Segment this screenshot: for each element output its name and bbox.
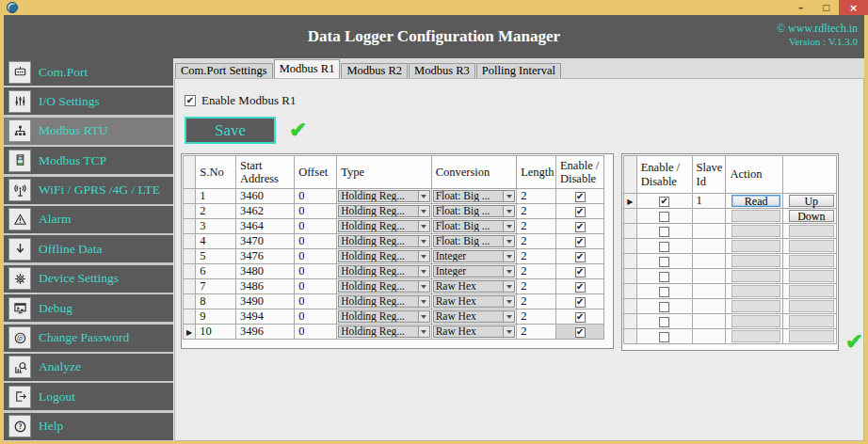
row-selector-cell[interactable] — [624, 209, 637, 224]
row-selector-cell[interactable] — [184, 234, 196, 249]
conversion-dropdown[interactable]: Raw Hex — [433, 295, 516, 308]
down-button[interactable]: Down — [789, 210, 834, 222]
length-cell[interactable]: 2 — [517, 249, 556, 264]
sno-cell[interactable]: 8 — [196, 294, 236, 309]
checkbox-icon[interactable] — [575, 267, 586, 278]
start-address-cell[interactable]: 3480 — [235, 264, 294, 279]
sidebar-item-modbus-rtu[interactable]: Modbus RTU — [4, 118, 173, 145]
sidebar-item-i-o-settings[interactable]: I/O Settings — [4, 87, 173, 115]
start-address-cell[interactable]: 3494 — [235, 309, 294, 325]
sidebar-item-logout[interactable]: Logout — [4, 383, 173, 410]
checkbox-icon[interactable] — [575, 192, 586, 202]
checkbox-icon[interactable] — [575, 237, 586, 247]
tab-polling-interval[interactable]: Polling Interval — [476, 63, 561, 78]
checkbox-icon[interactable] — [575, 207, 586, 217]
row-selector-cell[interactable] — [184, 264, 196, 279]
read-button[interactable]: Read — [731, 195, 780, 207]
row-selector-cell[interactable]: ▶ — [184, 325, 196, 340]
slave-id-cell[interactable] — [692, 239, 726, 254]
checkbox-icon[interactable] — [659, 212, 669, 222]
row-selector-cell[interactable] — [184, 189, 196, 204]
row-selector-cell[interactable] — [184, 309, 196, 325]
offset-cell[interactable]: 0 — [295, 189, 337, 204]
row-selector-cell[interactable] — [624, 224, 637, 239]
length-cell[interactable]: 2 — [517, 279, 556, 294]
start-address-cell[interactable]: 3486 — [235, 279, 294, 294]
sno-cell[interactable]: 9 — [196, 309, 236, 325]
sidebar-item-device-settings[interactable]: Device Settings — [4, 265, 173, 293]
close-button[interactable]: × — [839, 0, 868, 15]
checkbox-icon[interactable] — [575, 282, 586, 293]
sno-cell[interactable]: 2 — [196, 204, 236, 219]
slave-id-cell[interactable] — [692, 284, 726, 299]
checkbox-icon[interactable] — [575, 222, 586, 232]
move-empty-button[interactable] — [789, 285, 834, 297]
length-cell[interactable]: 2 — [517, 264, 556, 279]
tab-modbus-r2[interactable]: Modbus R2 — [341, 63, 408, 78]
checkbox-icon[interactable] — [659, 332, 669, 342]
sidebar-item-debug[interactable]: Debug — [4, 294, 173, 322]
row-selector-cell[interactable] — [624, 329, 637, 344]
action-empty-button[interactable] — [731, 225, 780, 237]
start-address-cell[interactable]: 3476 — [235, 249, 294, 264]
slave-id-cell[interactable] — [692, 254, 726, 269]
checkbox-icon[interactable] — [575, 312, 586, 323]
start-address-cell[interactable]: 3464 — [235, 219, 294, 234]
enable-modbus-checkbox[interactable]: Enable Modbus R1 — [185, 93, 863, 108]
sno-cell[interactable]: 5 — [196, 249, 236, 264]
action-empty-button[interactable] — [731, 300, 780, 312]
checkbox-icon[interactable] — [659, 242, 669, 252]
start-address-cell[interactable]: 3462 — [235, 204, 294, 219]
offset-cell[interactable]: 0 — [295, 264, 337, 279]
row-selector-cell[interactable] — [184, 204, 196, 219]
slave-id-cell[interactable]: 1 — [692, 194, 726, 209]
checkbox-icon[interactable] — [659, 302, 669, 312]
conversion-dropdown[interactable]: Float: Big ... — [433, 205, 516, 217]
row-selector-cell[interactable] — [624, 284, 637, 299]
move-empty-button[interactable] — [789, 300, 834, 312]
type-dropdown[interactable]: Holding Reg... — [338, 190, 429, 202]
action-empty-button[interactable] — [731, 240, 780, 252]
conversion-dropdown[interactable]: Integer — [433, 250, 516, 262]
action-empty-button[interactable] — [731, 315, 780, 327]
checkbox-icon[interactable] — [659, 197, 669, 207]
type-dropdown[interactable]: Holding Reg... — [338, 325, 429, 338]
type-dropdown[interactable]: Holding Reg... — [338, 250, 429, 262]
sidebar-item-help[interactable]: ?Help — [4, 413, 173, 440]
type-dropdown[interactable]: Holding Reg... — [338, 235, 429, 247]
length-cell[interactable]: 2 — [517, 234, 556, 249]
conversion-dropdown[interactable]: Integer — [433, 265, 516, 278]
row-selector-cell[interactable] — [184, 219, 196, 234]
minimize-button[interactable]: – — [788, 0, 813, 15]
action-empty-button[interactable] — [731, 285, 780, 297]
type-dropdown[interactable]: Holding Reg... — [338, 310, 429, 323]
type-dropdown[interactable]: Holding Reg... — [338, 220, 429, 232]
type-dropdown[interactable]: Holding Reg... — [338, 205, 429, 217]
action-empty-button[interactable] — [731, 210, 780, 222]
action-empty-button[interactable] — [731, 270, 780, 282]
checkbox-icon[interactable] — [185, 95, 196, 106]
sno-cell[interactable]: 7 — [196, 279, 236, 294]
start-address-cell[interactable]: 3496 — [235, 325, 294, 340]
maximize-button[interactable]: □ — [813, 0, 839, 15]
sno-cell[interactable]: 6 — [196, 264, 236, 279]
length-cell[interactable]: 2 — [517, 309, 556, 325]
length-cell[interactable]: 2 — [517, 189, 556, 204]
checkbox-icon[interactable] — [659, 317, 669, 327]
type-dropdown[interactable]: Holding Reg... — [338, 295, 429, 308]
sno-cell[interactable]: 10 — [196, 325, 236, 340]
sidebar-item-change-password[interactable]: @Change Password — [4, 325, 173, 352]
offset-cell[interactable]: 0 — [295, 279, 337, 294]
sidebar-item-offline-data[interactable]: Offline Data — [4, 235, 173, 262]
checkbox-icon[interactable] — [659, 227, 669, 237]
type-dropdown[interactable]: Holding Reg... — [338, 265, 429, 278]
move-empty-button[interactable] — [789, 255, 834, 267]
sidebar-item-wifi-gprs-4g-lte[interactable]: WiFi / GPRS /4G / LTE — [4, 177, 173, 204]
slave-id-cell[interactable] — [692, 329, 726, 344]
sno-cell[interactable]: 1 — [196, 189, 236, 204]
row-selector-cell[interactable] — [624, 299, 637, 314]
action-empty-button[interactable] — [731, 255, 780, 267]
save-button[interactable]: Save — [185, 117, 276, 144]
offset-cell[interactable]: 0 — [295, 294, 337, 309]
checkbox-icon[interactable] — [659, 272, 669, 282]
